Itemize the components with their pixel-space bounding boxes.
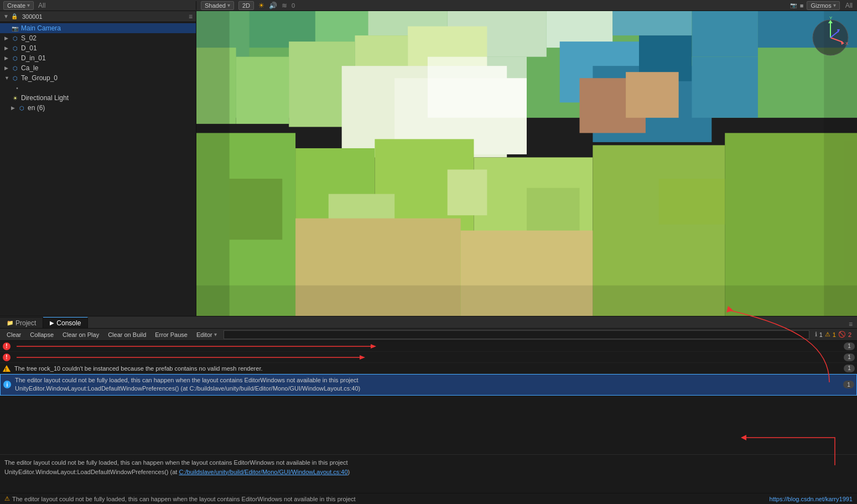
error-pause-button[interactable]: Error Pause [150,329,192,340]
hierarchy-lock-icon: 🔒 [11,13,18,19]
svg-rect-23 [626,72,679,118]
camera-icon-small: 📷 [790,2,797,8]
hierarchy-item-din01[interactable]: ▶ ⬡ D_in_01 [0,53,196,63]
svg-marker-54 [741,435,746,440]
item-label: D_01 [21,44,37,52]
red-arrow-1 [17,342,382,350]
hierarchy-item-tegroup[interactable]: ▼ ⬡ Te_Group_0 [0,73,196,83]
all-filter: All [38,2,45,9]
hierarchy-item-s02[interactable]: ▶ ⬡ S_02 [0,33,196,43]
error-count-badge: 2 [848,331,851,338]
tab-console-label: Console [56,319,81,327]
error-badge-icon: 🚫 [838,331,846,338]
detail-text: The editor layout could not be fully loa… [4,458,853,476]
editor-arrow-icon: ▾ [214,331,217,337]
main-content: ▼ 🔒 300001 ≡ 📷 Main Camera ▶ ⬡ S_02 ▶ [0,11,857,316]
hierarchy-arrow-icon: ▼ [3,13,9,19]
svg-rect-30 [230,179,283,240]
scene-toolbar-area: Shaded ▾ 2D ☀ 🔊 ≋ 0 [196,1,636,10]
row-count-3: 1 [844,365,855,372]
create-button[interactable]: Create ▾ [3,1,34,10]
gizmos-button[interactable]: Gizmos ▾ [807,1,839,10]
object-icon: ⬡ [11,44,19,52]
tab-console[interactable]: ▶ Console [43,317,88,328]
scene-canvas[interactable]: Y X [196,11,857,316]
console-search-input[interactable] [224,330,809,339]
hierarchy-item-dirlight[interactable]: ☀ Directional Light [0,93,196,103]
error-circle-2: ! [3,354,11,361]
item-arrow-collapsed: ▶ [11,105,18,111]
item-label: S_02 [21,34,37,42]
gizmos-arrow-icon: ▾ [833,2,836,8]
gizmo-svg: Y X [808,15,853,60]
svg-rect-7 [612,11,692,35]
object-icon: ⬡ [18,104,25,112]
panels-menu-icon[interactable]: ≡ [844,320,857,328]
hierarchy-item-cale[interactable]: ▶ ⬡ Ca_le [0,63,196,73]
top-bar-right: 📷 ■ Gizmos ▾ All [636,1,857,10]
console-row-1[interactable]: ! 1 [0,341,857,352]
clear-button[interactable]: Clear [2,329,25,340]
row-count-2: 1 [844,354,855,361]
stats-icon: ≋ [282,2,287,9]
status-text: The editor layout could not be fully loa… [12,496,356,502]
frame-count: 0 [292,2,295,9]
tab-project[interactable]: 📁 Project [0,317,43,328]
svg-rect-8 [692,11,758,57]
svg-rect-21 [692,57,758,118]
hierarchy-item-en6[interactable]: ▶ ⬡ en (6) [0,103,196,113]
shading-mode-button[interactable]: Shaded ▾ [201,1,234,10]
detail-link[interactable]: C:/buildslave/unity/build/Editor/Mono/GU… [179,469,347,475]
row-text-4: The editor layout could not be fully loa… [15,376,840,393]
svg-marker-53 [360,355,365,360]
info-badge-icon: ℹ [815,331,817,338]
warn-icon-1 [2,364,11,373]
editor-button[interactable]: Editor ▾ [192,329,221,340]
console-row-2[interactable]: ! 1 [0,352,857,363]
clear-on-build-button[interactable]: Clear on Build [103,329,150,340]
item-arrow-collapsed: ▶ [4,45,11,51]
hierarchy-menu-icon[interactable]: ≡ [189,13,193,20]
object-icon: ⬡ [11,54,19,62]
row-count-1: 1 [844,342,855,350]
status-site-link[interactable]: https://blog.csdn.net/karry1991 [770,496,853,502]
hierarchy-item-main-camera[interactable]: 📷 Main Camera [0,23,196,33]
error-icon-1: ! [2,342,11,351]
red-arrow-2 [17,354,371,361]
2d-button[interactable]: 2D [238,1,254,10]
object-icon-child: • [13,84,21,92]
scene-render [196,11,857,316]
info-count-badge: 1 [819,331,823,338]
item-label: Main Camera [21,24,61,32]
object-icon: ⬡ [11,64,19,72]
console-toolbar: Clear Collapse Clear on Play Clear on Bu… [0,329,857,341]
top-bar-left: Create ▾ All [0,1,196,10]
detail-line1: The editor layout could not be fully loa… [4,459,348,466]
info-circle-1: i [3,381,11,388]
error-icon-2: ! [2,353,11,362]
svg-marker-51 [371,344,376,349]
svg-rect-40 [196,285,857,316]
error-circle-1: ! [3,342,11,350]
row-text-3: The tree rock_10 couldn't be instanced b… [14,365,840,372]
detail-panel: The editor layout could not be fully loa… [0,454,857,493]
hierarchy-item-d01[interactable]: ▶ ⬡ D_01 [0,43,196,53]
tab-project-label: Project [15,319,36,327]
item-arrow-collapsed: ▶ [4,35,11,41]
scene-view: Y X [196,11,857,316]
svg-text:Y: Y [829,15,833,20]
warn-badge-icon: ⚠ [825,331,830,338]
console-row-3[interactable]: The tree rock_10 couldn't be instanced b… [0,363,857,374]
collapse-button[interactable]: Collapse [25,329,58,340]
gizmo-control[interactable]: Y X [808,15,853,60]
svg-text:X: X [845,41,849,46]
clear-on-play-button[interactable]: Clear on Play [58,329,103,340]
console-row-4[interactable]: i The editor layout could not be fully l… [0,374,857,396]
svg-rect-38 [196,11,230,316]
item-label: en (6) [28,104,45,112]
bottom-tabs: 📁 Project ▶ Console ≡ [0,316,857,329]
hierarchy-item-child[interactable]: • [0,83,196,93]
warn-count-badge: 1 [833,331,836,338]
item-label: Ca_le [21,64,38,72]
item-arrow-collapsed: ▶ [4,65,11,71]
